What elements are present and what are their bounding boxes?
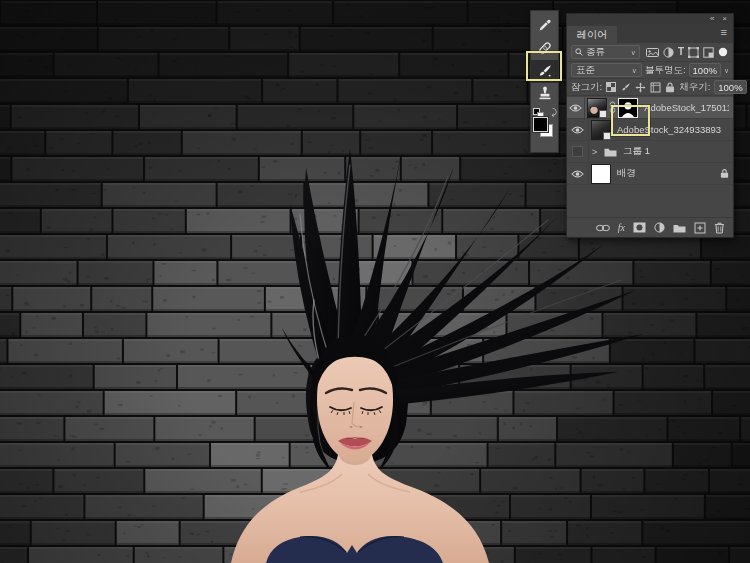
layer-name[interactable]: 배경: [617, 167, 636, 180]
eye-icon: [569, 103, 582, 113]
lock-position-icon[interactable]: [635, 82, 646, 93]
tutorial-highlight-layer-mask: [611, 105, 650, 136]
new-group-button[interactable]: [673, 223, 686, 233]
layer-thumbnail[interactable]: [591, 164, 611, 184]
group-folder-icon: [604, 147, 617, 157]
clone-stamp-tool[interactable]: [531, 83, 558, 106]
layer-name[interactable]: AdobeStock_175011443: [644, 102, 729, 113]
filtering-toggle-icon[interactable]: [718, 47, 728, 57]
foreground-color-swatch[interactable]: [533, 117, 548, 132]
add-layer-mask-button[interactable]: [633, 222, 646, 233]
layer-thumbnail[interactable]: [587, 98, 607, 118]
lock-transparency-icon[interactable]: [606, 82, 616, 92]
blend-mode-dropdown[interactable]: 표준 ∨: [571, 63, 642, 77]
layers-tab-label: 레이어: [577, 28, 607, 42]
chevron-down-icon: ∨: [632, 67, 637, 74]
pixel-layer-filter-icon[interactable]: [646, 47, 659, 58]
clone-stamp-icon: [537, 86, 553, 102]
tab-layers[interactable]: 레이어: [567, 26, 617, 43]
layers-panel: « × 레이어 ≡ 종류 ∨: [566, 13, 734, 238]
layer-visibility-toggle[interactable]: [567, 163, 589, 184]
eyedropper-tool[interactable]: [531, 14, 558, 37]
lock-row: 잠그기: 채우기: 100% ∨: [567, 79, 733, 96]
photoshop-workspace: ⤸ « × 레이어 ≡ 종류 ∨: [0, 0, 750, 563]
lock-all-icon[interactable]: [665, 82, 675, 93]
layer-row[interactable]: AdobeStock_324933893: [567, 119, 733, 141]
new-layer-button[interactable]: [694, 222, 706, 234]
lock-label: 잠그기:: [571, 81, 602, 94]
delete-layer-button[interactable]: [714, 222, 725, 234]
panel-header: « ×: [567, 14, 733, 24]
layer-visibility-toggle[interactable]: [567, 97, 585, 118]
group-disclosure-icon[interactable]: >: [592, 147, 602, 157]
fill-value: 100%: [718, 82, 742, 93]
layer-visibility-toggle[interactable]: [567, 119, 589, 140]
layer-row[interactable]: AdobeStock_175011443: [567, 97, 733, 119]
layers-bottom-bar: fx: [567, 217, 733, 237]
layer-locked-icon: [720, 168, 729, 179]
collapse-panel-icon[interactable]: «: [710, 15, 714, 23]
filter-kind-dropdown[interactable]: 종류 ∨: [571, 45, 640, 59]
type-layer-filter-icon[interactable]: T: [678, 47, 684, 57]
blend-mode-value: 표준: [576, 64, 595, 77]
close-panel-icon[interactable]: ×: [722, 15, 727, 23]
smart-object-filter-icon[interactable]: [703, 47, 714, 58]
eye-icon: [571, 169, 584, 179]
chevron-down-icon: ∨: [631, 49, 636, 56]
panel-tab-row: 레이어 ≡: [567, 24, 733, 43]
panel-menu-icon[interactable]: ≡: [721, 27, 727, 38]
lock-artboard-icon[interactable]: [650, 82, 661, 93]
eye-icon: [571, 125, 584, 135]
layer-filter-row: 종류 ∨ T: [567, 43, 733, 62]
layer-thumbnail[interactable]: [591, 120, 611, 140]
opacity-value: 100%: [693, 65, 717, 76]
smart-object-badge-icon: [603, 132, 611, 140]
tools-panel: ⤸: [530, 10, 559, 153]
tutorial-highlight-brush-tool: [526, 51, 562, 81]
filter-icons: T: [646, 47, 729, 58]
new-adjustment-layer-button[interactable]: [654, 222, 665, 233]
body: [231, 448, 489, 563]
blend-row: 표준 ∨ 불투명도: 100% ∨: [567, 62, 733, 79]
lock-icon: [720, 168, 729, 179]
fill-field[interactable]: 100%: [714, 80, 746, 94]
smart-object-badge-icon: [599, 110, 607, 118]
folder-icon: [604, 147, 617, 157]
layer-name[interactable]: 그룹 1: [623, 145, 650, 158]
default-colors-icon[interactable]: [533, 108, 540, 115]
opacity-field[interactable]: 100%: [689, 63, 721, 77]
hidden-eye-box: [572, 146, 583, 157]
lock-pixels-icon[interactable]: [620, 82, 631, 93]
adjustment-layer-filter-icon[interactable]: [663, 47, 674, 58]
link-layers-button[interactable]: [596, 224, 610, 232]
opacity-label: 불투명도:: [645, 64, 686, 77]
search-icon: [575, 48, 583, 56]
layer-row[interactable]: >그룹 1: [567, 141, 733, 163]
filter-kind-label: 종류: [586, 46, 605, 59]
color-control: ⤸: [531, 108, 558, 152]
fill-label: 채우기:: [679, 81, 710, 94]
chevron-down-icon[interactable]: ∨: [724, 67, 729, 74]
shape-layer-filter-icon[interactable]: [688, 47, 699, 58]
layer-visibility-toggle[interactable]: [567, 141, 589, 162]
eyedropper-icon: [537, 17, 553, 33]
layers-list: AdobeStock_175011443AdobeStock_324933893…: [567, 97, 733, 212]
swap-colors-icon[interactable]: ⤸: [552, 107, 557, 118]
layer-row[interactable]: 배경: [567, 163, 733, 185]
layer-style-button[interactable]: fx: [618, 222, 625, 233]
